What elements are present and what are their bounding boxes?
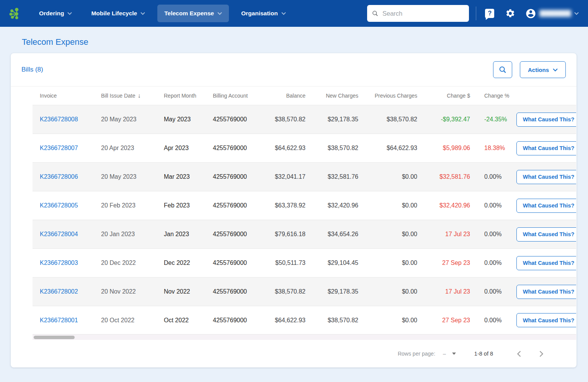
invoice-link[interactable]: K2366728001 xyxy=(40,317,78,323)
billing-account-cell: 4255769000 xyxy=(213,116,263,123)
change-amount-cell: 27 Sep 23 xyxy=(417,317,470,324)
previous-charges-cell: $0.00 xyxy=(358,317,417,324)
horizontal-scrollbar-track[interactable] xyxy=(33,335,576,340)
previous-charges-cell: $64,622.93 xyxy=(358,145,417,152)
column-header-new-charges[interactable]: New Charges xyxy=(305,93,358,99)
column-header-billing-account[interactable]: Billing Account xyxy=(213,93,263,99)
nav-item-mobile-lifecycle[interactable]: Mobile Lifecycle xyxy=(84,5,152,22)
table-row: K2366728003 20 Dec 2022 Dec 2022 4255769… xyxy=(33,248,576,277)
column-header-change-amount[interactable]: Change $ xyxy=(417,93,470,99)
what-caused-this-button[interactable]: What Caused This? xyxy=(516,141,576,155)
invoice-link[interactable]: K2366728005 xyxy=(40,202,78,209)
nav-item-label: Mobile Lifecycle xyxy=(91,10,137,17)
change-percent-cell: 0.00% xyxy=(470,173,516,180)
chevron-down-icon xyxy=(281,12,286,15)
next-page-button[interactable] xyxy=(537,349,546,358)
rows-per-page-value: – xyxy=(443,351,446,357)
nav-item-organisation[interactable]: Organisation xyxy=(234,5,293,22)
user-menu[interactable]: ████████ xyxy=(525,8,579,19)
what-caused-this-button[interactable]: What Caused This? xyxy=(516,313,576,327)
table-row: K2366728007 20 Apr 2023 Apr 2023 4255769… xyxy=(33,134,576,162)
bill-issue-date-cell: 20 Nov 2022 xyxy=(101,288,164,295)
global-search xyxy=(367,5,469,22)
rows-per-page-label: Rows per page: xyxy=(398,351,435,357)
new-charges-cell: $29,178.35 xyxy=(305,288,358,295)
nav-item-telecom-expense[interactable]: Telecom Expense xyxy=(157,5,229,22)
change-percent-cell: -24.35% xyxy=(470,116,516,123)
change-amount-cell: -$9,392.47 xyxy=(417,116,470,123)
triangle-down-icon xyxy=(452,353,456,357)
bill-issue-date-cell: 20 Feb 2023 xyxy=(101,202,164,209)
bill-issue-date-cell: 20 Oct 2022 xyxy=(101,317,164,324)
column-header-change-percent[interactable]: Change % xyxy=(470,93,516,99)
column-header-previous-charges[interactable]: Previous Charges xyxy=(358,93,417,99)
nav-item-ordering[interactable]: Ordering xyxy=(32,5,79,22)
change-amount-cell: $32,420.96 xyxy=(417,202,470,209)
rows-per-page-dropdown[interactable]: Rows per page: – xyxy=(398,351,456,357)
balance-cell: $38,570.82 xyxy=(263,288,305,295)
column-header-balance[interactable]: Balance xyxy=(263,93,305,99)
balance-cell: $64,622.93 xyxy=(263,317,305,324)
chevron-down-icon xyxy=(574,12,579,15)
previous-charges-cell: $0.00 xyxy=(358,288,417,295)
previous-charges-cell: $0.00 xyxy=(358,173,417,180)
what-caused-this-button[interactable]: What Caused This? xyxy=(516,199,576,213)
column-header-bill-issue-date[interactable]: Bill Issue Date ↓ xyxy=(101,92,164,99)
column-header-report-month[interactable]: Report Month xyxy=(164,93,213,99)
app-logo-icon[interactable] xyxy=(8,6,21,21)
what-caused-this-button[interactable]: What Caused This? xyxy=(516,285,576,299)
change-amount-cell: 27 Sep 23 xyxy=(417,260,470,266)
nav-item-label: Ordering xyxy=(39,10,64,17)
previous-page-button[interactable] xyxy=(514,349,524,358)
new-charges-cell: $38,570.82 xyxy=(305,317,358,324)
search-input[interactable] xyxy=(382,10,464,17)
new-charges-cell: $34,654.26 xyxy=(305,231,358,238)
sort-desc-icon: ↓ xyxy=(137,92,140,99)
report-month-cell: May 2023 xyxy=(164,116,213,123)
change-percent-cell: 0.00% xyxy=(470,288,516,295)
what-caused-this-button[interactable]: What Caused This? xyxy=(516,113,576,127)
panel-heading: Bills (8) xyxy=(21,66,43,73)
report-month-cell: Dec 2022 xyxy=(164,260,213,266)
balance-cell: $32,041.17 xyxy=(263,173,305,180)
balance-cell: $79,616.18 xyxy=(263,231,305,238)
new-charges-cell: $38,570.82 xyxy=(305,145,358,152)
help-button[interactable]: ? xyxy=(484,8,495,19)
change-percent-cell: 0.00% xyxy=(470,202,516,209)
account-circle-icon xyxy=(525,8,536,19)
what-caused-this-button[interactable]: What Caused This? xyxy=(516,170,576,184)
chevron-right-icon xyxy=(539,351,543,357)
column-header-invoice[interactable]: Invoice xyxy=(33,93,101,99)
balance-cell: $64,622.93 xyxy=(263,145,305,152)
invoice-link[interactable]: K2366728002 xyxy=(40,288,78,295)
user-name-blurred: ████████ xyxy=(539,10,571,17)
invoice-link[interactable]: K2366728006 xyxy=(40,173,78,180)
page-title: Telecom Expense xyxy=(22,37,588,47)
invoice-link[interactable]: K2366728003 xyxy=(40,260,78,266)
table-row: K2366728008 20 May 2023 May 2023 4255769… xyxy=(33,105,576,134)
invoice-link[interactable]: K2366728004 xyxy=(40,231,78,237)
invoice-link[interactable]: K2366728008 xyxy=(40,116,78,122)
bill-issue-date-cell: 20 Dec 2022 xyxy=(101,260,164,266)
balance-cell: $50,511.73 xyxy=(263,260,305,266)
table-row: K2366728001 20 Oct 2022 Oct 2022 4255769… xyxy=(33,306,576,335)
pagination-range: 1-8 of 8 xyxy=(474,351,493,357)
change-percent-cell: 0.00% xyxy=(470,231,516,238)
what-caused-this-button[interactable]: What Caused This? xyxy=(516,256,576,270)
settings-button[interactable] xyxy=(505,8,516,19)
nav-item-label: Organisation xyxy=(241,10,278,17)
what-caused-this-button[interactable]: What Caused This? xyxy=(516,227,576,242)
help-icon: ? xyxy=(485,9,494,18)
change-amount-cell: $5,989.06 xyxy=(417,145,470,152)
table-search-button[interactable] xyxy=(493,61,512,78)
chevron-left-icon xyxy=(517,351,521,357)
pagination-bar: Rows per page: – 1-8 of 8 xyxy=(11,342,577,362)
invoice-link[interactable]: K2366728007 xyxy=(40,145,78,151)
horizontal-scrollbar-thumb[interactable] xyxy=(34,336,75,339)
balance-cell: $63,378.92 xyxy=(263,202,305,209)
bills-panel: Bills (8) Actions Invoice Bill Issue Dat… xyxy=(11,53,577,367)
chevron-down-icon xyxy=(67,12,72,15)
actions-button[interactable]: Actions xyxy=(520,61,566,78)
actions-button-label: Actions xyxy=(528,67,549,73)
report-month-cell: Feb 2023 xyxy=(164,202,213,209)
